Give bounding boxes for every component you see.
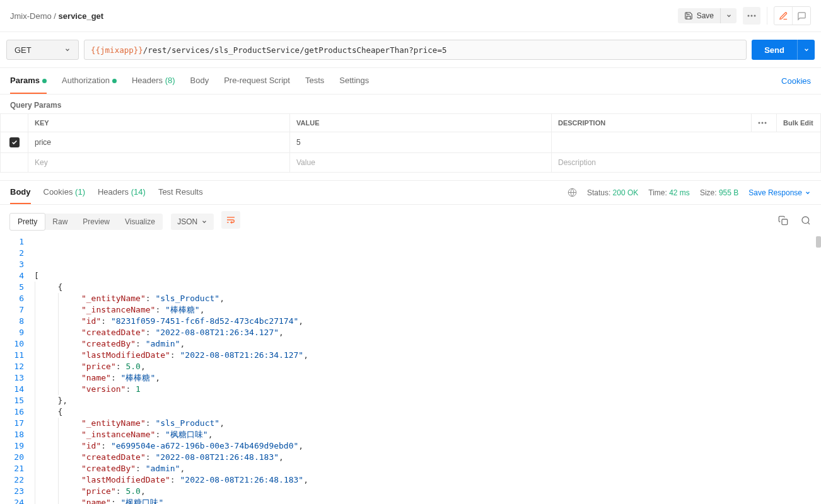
time-value: 42 ms [669,188,690,197]
col-key: KEY [28,114,290,132]
viewmode-raw[interactable]: Raw [45,214,75,230]
tab-tests[interactable]: Tests [305,68,324,94]
wrap-lines-button[interactable] [221,211,240,229]
status-dot [112,79,117,83]
table-row: price5 [1,132,821,153]
resp-tab-headers-label: Headers [98,187,129,197]
row-description[interactable] [552,132,821,153]
tab-params[interactable]: Params [10,68,47,94]
http-method-value: GET [15,45,32,55]
top-actions: Save [678,6,811,25]
svg-point-4 [762,122,764,124]
col-checkbox [1,114,28,132]
scrollbar-indicator[interactable] [816,236,821,248]
svg-point-11 [802,217,809,224]
svg-point-1 [751,15,753,17]
response-body-code[interactable]: 123456789101112131415161718192021222324 … [0,236,821,504]
http-method-select[interactable]: GET [6,40,79,60]
resp-tab-tests[interactable]: Test Results [158,181,203,204]
url-variable: {{jmixapp}} [91,45,143,55]
svg-point-2 [754,15,756,17]
divider [767,7,767,25]
code-body: [ { "_entityName": "sls_Product", "_inst… [34,236,821,504]
comment-button[interactable] [793,7,810,25]
topbar: Jmix-Demo / service_get Save [0,0,821,32]
resp-tab-cookies[interactable]: Cookies (1) [44,181,85,204]
row-description[interactable]: Description [552,153,821,173]
right-pair-buttons [774,6,811,25]
size-label: Size: [700,188,717,197]
query-params-table: KEY VALUE DESCRIPTION Bulk Edit price5Ke… [0,113,821,173]
tab-body[interactable]: Body [190,68,209,94]
resp-tab-headers-count: (14) [131,187,146,197]
comment-icon [797,11,806,21]
save-response-button[interactable]: Save Response [748,188,811,197]
send-button[interactable]: Send [752,40,797,60]
send-dropdown[interactable] [797,40,815,60]
send-button-group: Send [752,40,815,60]
format-value: JSON [177,217,197,226]
svg-rect-10 [782,219,788,225]
size-value: 955 B [719,188,738,197]
row-key[interactable]: Key [28,153,290,173]
cookies-link[interactable]: Cookies [781,76,811,86]
url-input[interactable]: {{jmixapp}}/rest/services/sls_ProductSer… [84,40,747,60]
svg-point-3 [759,122,760,124]
table-row-empty: KeyValueDescription [1,153,821,173]
row-value[interactable]: Value [290,153,552,173]
request-tabs: Params Authorization Headers (8) Body Pr… [10,68,369,94]
time-block: Time: 42 ms [648,188,690,197]
row-key[interactable]: price [28,132,290,153]
more-actions-button[interactable] [743,7,760,25]
format-select[interactable]: JSON [171,214,214,230]
tab-prerequest[interactable]: Pre-request Script [224,68,290,94]
status-value: 200 OK [613,188,639,197]
tab-headers[interactable]: Headers (8) [132,68,175,94]
row-checkbox[interactable] [1,132,28,153]
resp-tab-body[interactable]: Body [10,181,31,204]
row-checkbox[interactable] [1,153,28,173]
edit-button[interactable] [774,7,792,25]
response-tabs: Body Cookies (1) Headers (14) Test Resul… [10,181,203,204]
view-toolbar-left: Pretty Raw Preview Visualize JSON [10,211,240,230]
tab-authorization[interactable]: Authorization [62,68,117,94]
time-label: Time: [648,188,667,197]
response-meta: Status: 200 OK Time: 42 ms Size: 955 B S… [568,188,811,197]
save-icon [684,11,693,20]
resp-tab-cookies-label: Cookies [44,187,73,197]
viewmode-pretty[interactable]: Pretty [9,213,45,231]
copy-button[interactable] [778,215,788,226]
col-options[interactable] [752,114,777,132]
table-header-row: KEY VALUE DESCRIPTION Bulk Edit [1,114,821,132]
request-bar: GET {{jmixapp}}/rest/services/sls_Produc… [0,32,821,68]
globe-icon[interactable] [568,188,577,197]
bulk-edit-button[interactable]: Bulk Edit [777,114,821,132]
chevron-down-icon [64,47,71,53]
save-label: Save [697,11,714,20]
view-toolbar-right [778,215,811,226]
breadcrumb-root[interactable]: Jmix-Demo [10,11,52,21]
tab-auth-label: Authorization [62,76,110,85]
status-block: Status: 200 OK [587,188,638,197]
save-response-label: Save Response [748,188,802,197]
save-button[interactable]: Save [678,8,720,23]
tab-headers-label: Headers [132,76,163,85]
row-value[interactable]: 5 [290,132,552,153]
tab-settings[interactable]: Settings [339,68,369,94]
edit-icon [779,11,788,21]
url-path: /rest/services/sls_ProductService/getPro… [143,45,447,55]
view-toolbar: Pretty Raw Preview Visualize JSON [0,205,821,236]
size-block: Size: 955 B [700,188,738,197]
col-value: VALUE [290,114,552,132]
breadcrumb-current: service_get [59,11,104,21]
viewmode-visualize[interactable]: Visualize [117,214,163,230]
viewmode-preview[interactable]: Preview [75,214,117,230]
svg-point-5 [765,122,767,124]
resp-tab-headers[interactable]: Headers (14) [98,181,146,204]
search-button[interactable] [801,215,811,226]
save-dropdown[interactable] [720,8,737,23]
line-gutter: 123456789101112131415161718192021222324 [0,236,34,504]
save-button-group: Save [678,8,737,23]
query-params-label: Query Params [0,94,821,113]
breadcrumb: Jmix-Demo / service_get [10,11,103,21]
